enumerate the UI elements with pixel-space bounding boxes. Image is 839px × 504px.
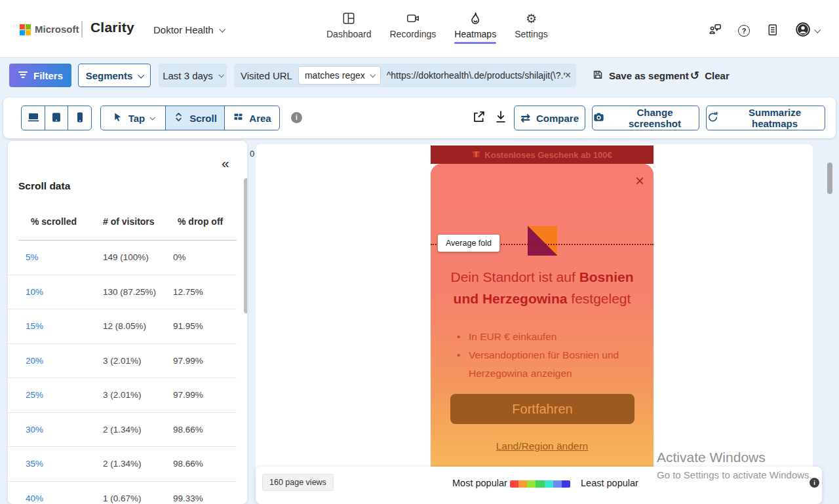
panel-scrollbar[interactable] [244,178,247,313]
col-scrolled: % scrolled [31,216,77,227]
remove-filter-button[interactable]: × [565,69,571,81]
scrolled-link[interactable]: 20% [26,356,43,366]
table-row: 35% 2 (1.34%) 98.66% [8,447,237,482]
chevron-down-icon [814,27,821,33]
filter-icon [18,70,28,81]
segments-dropdown[interactable]: Segments [78,64,151,87]
scrolled-link[interactable]: 15% [26,321,43,331]
help-icon: ? [738,25,750,37]
main-tabs: Dashboard Recordings Heatmaps [326,11,548,44]
scrollbar-thumb[interactable] [827,163,832,194]
scrolled-link[interactable]: 10% [26,287,43,297]
download-button[interactable] [493,109,509,126]
feedback-icon [708,22,722,39]
scrolled-link[interactable]: 30% [26,425,43,435]
shop-logo [528,226,557,256]
share-button[interactable] [471,109,486,126]
visited-url-label: Visited URL [241,70,292,81]
popularity-gradient-bar [510,480,570,488]
page-views-badge: 160 page views [262,474,334,491]
table-row: 25% 3 (2.01%) 97.99% [8,378,237,413]
url-regex-value[interactable]: ^https://doktorhealth\.de/products/shila… [387,70,565,81]
tab-recordings[interactable]: Recordings [390,11,437,44]
clear-filters-button[interactable]: ↺ Clear [690,64,730,87]
chevron-down-icon [138,71,145,78]
area-tab[interactable]: Area [224,106,280,130]
change-region-link: Land/Region ändern [431,440,654,452]
collapse-panel-button[interactable]: « [222,155,229,171]
project-name: Doktor Health [153,24,214,35]
geo-popup-overlay: × Dein Standort ist auf Bosnien und Herz… [431,164,654,504]
camera-icon [593,111,605,125]
clarity-app: Microsoft Clarity Doktor Health Dashboar… [0,0,839,504]
tab-settings[interactable]: ⚙ Settings [515,11,548,44]
copilot-sparkle-icon [707,111,719,125]
tab-label: Settings [515,29,548,39]
least-popular-label: Least popular [581,478,638,488]
mobile-icon [73,111,87,126]
heatmap-toolbar: Tap Scroll Area i [3,98,836,138]
heatmaps-flame-icon [468,11,482,26]
table-header: % scrolled # of visitors % drop off [8,216,247,229]
filters-button[interactable]: Filters [9,64,71,87]
feedback-button[interactable] [708,22,722,39]
table-row: 10% 130 (87.25%) 12.75% [8,275,237,310]
promo-banner: Kostenloses Geschenk ab 100€ [431,145,654,164]
device-tablet-button[interactable] [45,106,69,130]
scrolled-link[interactable]: 5% [26,252,39,262]
url-operator-dropdown[interactable]: matches regex [298,66,381,85]
info-icon[interactable]: i [291,112,302,123]
compare-arrows-icon: ⇄ [520,112,530,124]
compare-button[interactable]: ⇄ Compare [514,106,585,130]
nav-utility-icons: ? [708,22,819,39]
scroll-arrows-icon [173,111,184,125]
tab-heatmaps[interactable]: Heatmaps [454,11,496,44]
area-grid-icon [233,111,244,125]
top-nav: Microsoft Clarity Doktor Health Dashboar… [0,0,839,58]
continue-button: Fortfahren [450,394,634,424]
device-switcher [21,106,92,130]
tab-label: Dashboard [326,29,372,39]
visited-url-filter: Visited URL matches regex ^https://dokto… [234,64,576,87]
panel-title: Scroll data [18,180,70,192]
scroll-ruler-zero: 0 [250,149,254,159]
scroll-tab[interactable]: Scroll [165,106,225,130]
activate-windows-watermark: Activate Windows [657,450,766,465]
tap-tab[interactable]: Tap [100,106,166,130]
download-icon [493,117,509,126]
project-selector[interactable]: Doktor Health [153,22,224,37]
tab-label: Recordings [390,29,437,39]
scrolled-link[interactable]: 35% [26,459,43,469]
change-screenshot-button[interactable]: Change screenshot [592,106,699,130]
tab-dashboard[interactable]: Dashboard [326,11,372,44]
avatar-icon [795,22,811,39]
device-mobile-button[interactable] [68,106,92,130]
col-dropoff: % drop off [178,216,223,227]
save-icon [592,69,604,83]
scroll-data-panel: « Scroll data % scrolled # of visitors %… [8,141,247,504]
undo-icon: ↺ [690,69,699,82]
bullet-item: Versandoptionen für Bosnien und Herzegow… [457,346,635,383]
page-scrollbar[interactable] [827,145,832,504]
chevron-down-icon [150,115,155,120]
activate-windows-subtext: Go to Settings to activate Windows. [657,469,812,480]
desktop-icon [27,111,40,126]
microsoft-logo [20,24,31,35]
scrolled-link[interactable]: 25% [26,390,43,400]
scrolled-link[interactable]: 40% [26,494,43,503]
summarize-heatmaps-button[interactable]: Summarize heatmaps [706,106,825,130]
device-desktop-button[interactable] [21,106,45,130]
date-range-dropdown[interactable]: Last 3 days [159,64,227,87]
save-as-segment-button[interactable]: Save as segment [592,64,689,87]
dashboard-icon [341,11,356,26]
table-row: 20% 3 (2.01%) 97.99% [8,344,237,379]
tablet-icon [50,111,63,126]
table-row: 5% 149 (100%) 0% [8,241,237,275]
account-menu[interactable] [795,22,819,39]
recordings-icon [406,11,420,26]
bullet-item: In EUR € einkaufen [457,328,635,346]
help-button[interactable]: ? [738,25,750,37]
most-popular-label: Most popular [452,478,507,488]
docs-button[interactable] [766,23,779,39]
table-row: 15% 12 (8.05%) 91.95% [8,309,237,344]
